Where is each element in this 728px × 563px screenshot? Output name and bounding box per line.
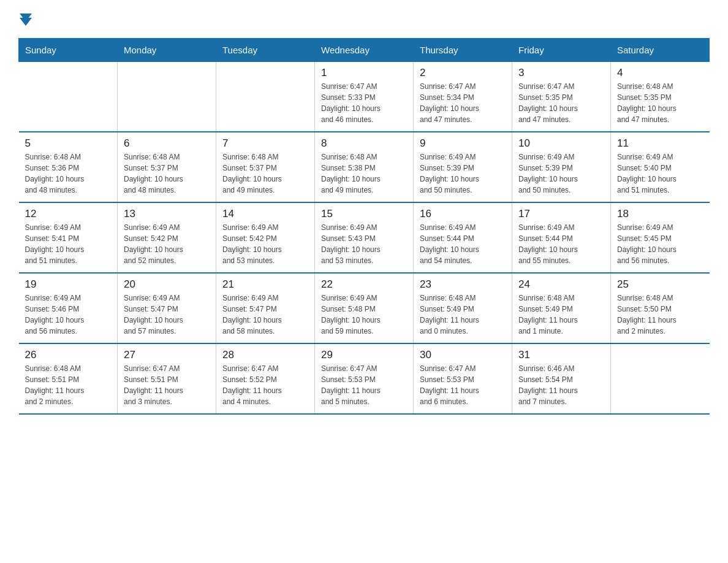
day-info: Sunrise: 6:47 AM Sunset: 5:51 PM Dayligh… — [124, 363, 210, 407]
day-info: Sunrise: 6:48 AM Sunset: 5:51 PM Dayligh… — [25, 363, 112, 407]
day-info: Sunrise: 6:49 AM Sunset: 5:41 PM Dayligh… — [25, 222, 112, 266]
weekday-header-friday: Friday — [512, 39, 611, 62]
day-number: 14 — [222, 208, 308, 220]
calendar-cell: 9Sunrise: 6:49 AM Sunset: 5:39 PM Daylig… — [414, 132, 512, 202]
day-info: Sunrise: 6:47 AM Sunset: 5:35 PM Dayligh… — [518, 81, 604, 125]
day-info: Sunrise: 6:48 AM Sunset: 5:49 PM Dayligh… — [518, 293, 604, 337]
calendar-cell — [19, 62, 118, 132]
day-info: Sunrise: 6:48 AM Sunset: 5:49 PM Dayligh… — [420, 293, 506, 337]
weekday-header-sunday: Sunday — [19, 39, 118, 62]
day-info: Sunrise: 6:48 AM Sunset: 5:37 PM Dayligh… — [124, 151, 210, 196]
day-number: 22 — [321, 278, 407, 291]
calendar-cell: 29Sunrise: 6:47 AM Sunset: 5:53 PM Dayli… — [315, 343, 414, 414]
calendar-cell: 7Sunrise: 6:48 AM Sunset: 5:37 PM Daylig… — [216, 132, 315, 202]
calendar-cell: 8Sunrise: 6:48 AM Sunset: 5:38 PM Daylig… — [315, 132, 414, 202]
calendar-cell: 1Sunrise: 6:47 AM Sunset: 5:33 PM Daylig… — [315, 62, 414, 132]
calendar-cell: 2Sunrise: 6:47 AM Sunset: 5:34 PM Daylig… — [414, 62, 512, 132]
day-number: 31 — [518, 349, 604, 361]
calendar-cell — [611, 343, 710, 414]
weekday-header-wednesday: Wednesday — [315, 39, 414, 62]
calendar-week-4: 19Sunrise: 6:49 AM Sunset: 5:46 PM Dayli… — [19, 273, 710, 343]
day-number: 27 — [124, 349, 210, 361]
calendar-cell: 27Sunrise: 6:47 AM Sunset: 5:51 PM Dayli… — [118, 343, 216, 414]
day-info: Sunrise: 6:49 AM Sunset: 5:44 PM Dayligh… — [420, 222, 506, 266]
day-number: 26 — [25, 349, 112, 361]
calendar-cell: 3Sunrise: 6:47 AM Sunset: 5:35 PM Daylig… — [512, 62, 611, 132]
day-number: 29 — [321, 349, 407, 361]
page-header — [18, 12, 710, 26]
day-info: Sunrise: 6:47 AM Sunset: 5:33 PM Dayligh… — [321, 81, 407, 125]
day-number: 5 — [25, 137, 112, 150]
calendar-cell: 25Sunrise: 6:48 AM Sunset: 5:50 PM Dayli… — [611, 273, 710, 343]
calendar-cell: 17Sunrise: 6:49 AM Sunset: 5:44 PM Dayli… — [512, 202, 611, 273]
day-number: 17 — [518, 208, 604, 220]
calendar-cell: 31Sunrise: 6:46 AM Sunset: 5:54 PM Dayli… — [512, 343, 611, 414]
day-info: Sunrise: 6:48 AM Sunset: 5:37 PM Dayligh… — [222, 151, 308, 196]
day-number: 16 — [420, 208, 506, 220]
day-info: Sunrise: 6:47 AM Sunset: 5:53 PM Dayligh… — [420, 363, 506, 407]
calendar-cell: 16Sunrise: 6:49 AM Sunset: 5:44 PM Dayli… — [414, 202, 512, 273]
calendar-cell: 28Sunrise: 6:47 AM Sunset: 5:52 PM Dayli… — [216, 343, 315, 414]
calendar-cell: 4Sunrise: 6:48 AM Sunset: 5:35 PM Daylig… — [611, 62, 710, 132]
weekday-header-monday: Monday — [118, 39, 216, 62]
calendar-cell: 26Sunrise: 6:48 AM Sunset: 5:51 PM Dayli… — [19, 343, 118, 414]
day-info: Sunrise: 6:49 AM Sunset: 5:47 PM Dayligh… — [222, 293, 308, 337]
calendar-week-1: 1Sunrise: 6:47 AM Sunset: 5:33 PM Daylig… — [19, 62, 710, 132]
day-number: 3 — [518, 67, 604, 79]
day-number: 2 — [420, 67, 506, 79]
day-number: 7 — [222, 137, 308, 150]
day-info: Sunrise: 6:48 AM Sunset: 5:38 PM Dayligh… — [321, 151, 407, 196]
day-number: 12 — [25, 208, 112, 220]
calendar-cell: 11Sunrise: 6:49 AM Sunset: 5:40 PM Dayli… — [611, 132, 710, 202]
day-number: 10 — [518, 137, 604, 150]
day-number: 15 — [321, 208, 407, 220]
day-info: Sunrise: 6:49 AM Sunset: 5:48 PM Dayligh… — [321, 293, 407, 337]
calendar-week-3: 12Sunrise: 6:49 AM Sunset: 5:41 PM Dayli… — [19, 202, 710, 273]
calendar-cell: 5Sunrise: 6:48 AM Sunset: 5:36 PM Daylig… — [19, 132, 118, 202]
day-info: Sunrise: 6:49 AM Sunset: 5:39 PM Dayligh… — [518, 151, 604, 196]
calendar-cell: 6Sunrise: 6:48 AM Sunset: 5:37 PM Daylig… — [118, 132, 216, 202]
day-info: Sunrise: 6:49 AM Sunset: 5:43 PM Dayligh… — [321, 222, 407, 266]
day-number: 8 — [321, 137, 407, 150]
day-number: 13 — [124, 208, 210, 220]
calendar-cell: 22Sunrise: 6:49 AM Sunset: 5:48 PM Dayli… — [315, 273, 414, 343]
day-info: Sunrise: 6:48 AM Sunset: 5:35 PM Dayligh… — [617, 81, 703, 125]
calendar-cell — [216, 62, 315, 132]
calendar-cell: 20Sunrise: 6:49 AM Sunset: 5:47 PM Dayli… — [118, 273, 216, 343]
day-number: 28 — [222, 349, 308, 361]
day-number: 4 — [617, 67, 703, 79]
calendar-table: SundayMondayTuesdayWednesdayThursdayFrid… — [18, 38, 710, 415]
calendar-cell — [118, 62, 216, 132]
calendar-cell: 23Sunrise: 6:48 AM Sunset: 5:49 PM Dayli… — [414, 273, 512, 343]
day-info: Sunrise: 6:46 AM Sunset: 5:54 PM Dayligh… — [518, 363, 604, 407]
day-number: 6 — [124, 137, 210, 150]
day-number: 1 — [321, 67, 407, 79]
day-info: Sunrise: 6:48 AM Sunset: 5:36 PM Dayligh… — [25, 151, 112, 196]
day-info: Sunrise: 6:48 AM Sunset: 5:50 PM Dayligh… — [617, 293, 703, 337]
day-info: Sunrise: 6:47 AM Sunset: 5:34 PM Dayligh… — [420, 81, 506, 125]
calendar-week-2: 5Sunrise: 6:48 AM Sunset: 5:36 PM Daylig… — [19, 132, 710, 202]
calendar-cell: 15Sunrise: 6:49 AM Sunset: 5:43 PM Dayli… — [315, 202, 414, 273]
day-info: Sunrise: 6:49 AM Sunset: 5:40 PM Dayligh… — [617, 151, 703, 196]
calendar-cell: 19Sunrise: 6:49 AM Sunset: 5:46 PM Dayli… — [19, 273, 118, 343]
day-info: Sunrise: 6:47 AM Sunset: 5:52 PM Dayligh… — [222, 363, 308, 407]
day-number: 23 — [420, 278, 506, 291]
weekday-header-tuesday: Tuesday — [216, 39, 315, 62]
calendar-week-5: 26Sunrise: 6:48 AM Sunset: 5:51 PM Dayli… — [19, 343, 710, 414]
calendar-cell: 12Sunrise: 6:49 AM Sunset: 5:41 PM Dayli… — [19, 202, 118, 273]
calendar-cell: 30Sunrise: 6:47 AM Sunset: 5:53 PM Dayli… — [414, 343, 512, 414]
logo — [18, 12, 32, 26]
day-info: Sunrise: 6:49 AM Sunset: 5:39 PM Dayligh… — [420, 151, 506, 196]
calendar-cell: 18Sunrise: 6:49 AM Sunset: 5:45 PM Dayli… — [611, 202, 710, 273]
weekday-header-row: SundayMondayTuesdayWednesdayThursdayFrid… — [19, 39, 710, 62]
day-info: Sunrise: 6:49 AM Sunset: 5:44 PM Dayligh… — [518, 222, 604, 266]
calendar-cell: 21Sunrise: 6:49 AM Sunset: 5:47 PM Dayli… — [216, 273, 315, 343]
day-info: Sunrise: 6:49 AM Sunset: 5:45 PM Dayligh… — [617, 222, 703, 266]
day-number: 21 — [222, 278, 308, 291]
day-number: 30 — [420, 349, 506, 361]
day-number: 18 — [617, 208, 703, 220]
calendar-cell: 14Sunrise: 6:49 AM Sunset: 5:42 PM Dayli… — [216, 202, 315, 273]
day-info: Sunrise: 6:49 AM Sunset: 5:42 PM Dayligh… — [124, 222, 210, 266]
day-info: Sunrise: 6:49 AM Sunset: 5:42 PM Dayligh… — [222, 222, 308, 266]
day-number: 24 — [518, 278, 604, 291]
